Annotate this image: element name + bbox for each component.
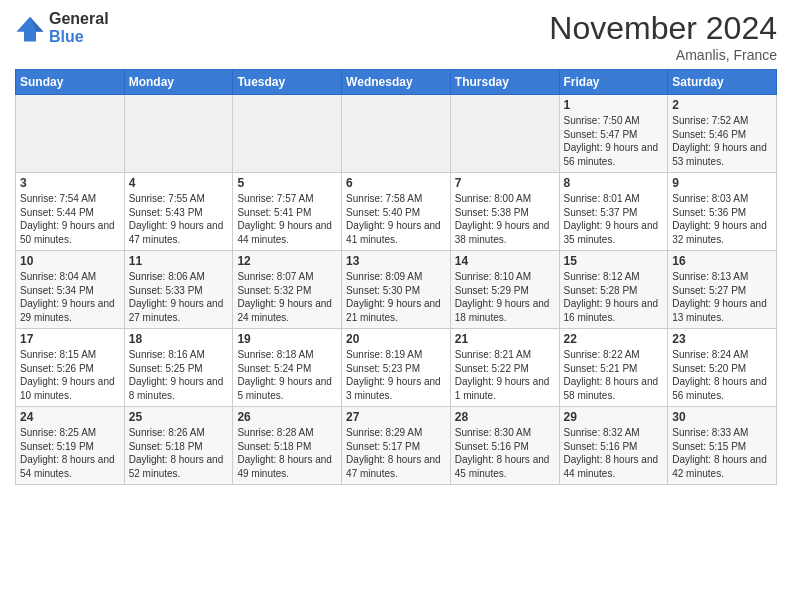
day-number: 7 — [455, 176, 555, 190]
calendar-body: 1Sunrise: 7:50 AM Sunset: 5:47 PM Daylig… — [16, 95, 777, 485]
day-detail: Sunrise: 8:29 AM Sunset: 5:17 PM Dayligh… — [346, 426, 446, 480]
day-number: 12 — [237, 254, 337, 268]
calendar-cell: 20Sunrise: 8:19 AM Sunset: 5:23 PM Dayli… — [342, 329, 451, 407]
calendar-cell: 7Sunrise: 8:00 AM Sunset: 5:38 PM Daylig… — [450, 173, 559, 251]
day-detail: Sunrise: 8:26 AM Sunset: 5:18 PM Dayligh… — [129, 426, 229, 480]
calendar-cell: 15Sunrise: 8:12 AM Sunset: 5:28 PM Dayli… — [559, 251, 668, 329]
day-number: 28 — [455, 410, 555, 424]
day-number: 24 — [20, 410, 120, 424]
calendar-cell: 25Sunrise: 8:26 AM Sunset: 5:18 PM Dayli… — [124, 407, 233, 485]
day-number: 3 — [20, 176, 120, 190]
calendar-table: SundayMondayTuesdayWednesdayThursdayFrid… — [15, 69, 777, 485]
day-header-friday: Friday — [559, 70, 668, 95]
week-row-1: 3Sunrise: 7:54 AM Sunset: 5:44 PM Daylig… — [16, 173, 777, 251]
calendar-cell: 27Sunrise: 8:29 AM Sunset: 5:17 PM Dayli… — [342, 407, 451, 485]
day-number: 13 — [346, 254, 446, 268]
calendar-cell: 17Sunrise: 8:15 AM Sunset: 5:26 PM Dayli… — [16, 329, 125, 407]
week-row-4: 24Sunrise: 8:25 AM Sunset: 5:19 PM Dayli… — [16, 407, 777, 485]
day-header-monday: Monday — [124, 70, 233, 95]
day-header-sunday: Sunday — [16, 70, 125, 95]
day-number: 11 — [129, 254, 229, 268]
header-row: SundayMondayTuesdayWednesdayThursdayFrid… — [16, 70, 777, 95]
day-detail: Sunrise: 8:30 AM Sunset: 5:16 PM Dayligh… — [455, 426, 555, 480]
calendar-cell: 11Sunrise: 8:06 AM Sunset: 5:33 PM Dayli… — [124, 251, 233, 329]
calendar-cell: 4Sunrise: 7:55 AM Sunset: 5:43 PM Daylig… — [124, 173, 233, 251]
day-detail: Sunrise: 8:18 AM Sunset: 5:24 PM Dayligh… — [237, 348, 337, 402]
day-number: 29 — [564, 410, 664, 424]
day-detail: Sunrise: 8:03 AM Sunset: 5:36 PM Dayligh… — [672, 192, 772, 246]
day-number: 6 — [346, 176, 446, 190]
day-number: 20 — [346, 332, 446, 346]
day-detail: Sunrise: 8:00 AM Sunset: 5:38 PM Dayligh… — [455, 192, 555, 246]
day-number: 14 — [455, 254, 555, 268]
day-number: 18 — [129, 332, 229, 346]
calendar-cell — [450, 95, 559, 173]
day-detail: Sunrise: 8:33 AM Sunset: 5:15 PM Dayligh… — [672, 426, 772, 480]
day-detail: Sunrise: 8:04 AM Sunset: 5:34 PM Dayligh… — [20, 270, 120, 324]
day-detail: Sunrise: 8:15 AM Sunset: 5:26 PM Dayligh… — [20, 348, 120, 402]
day-detail: Sunrise: 8:24 AM Sunset: 5:20 PM Dayligh… — [672, 348, 772, 402]
calendar-cell: 10Sunrise: 8:04 AM Sunset: 5:34 PM Dayli… — [16, 251, 125, 329]
header: General Blue November 2024 Amanlis, Fran… — [15, 10, 777, 63]
day-detail: Sunrise: 8:32 AM Sunset: 5:16 PM Dayligh… — [564, 426, 664, 480]
day-detail: Sunrise: 7:58 AM Sunset: 5:40 PM Dayligh… — [346, 192, 446, 246]
week-row-3: 17Sunrise: 8:15 AM Sunset: 5:26 PM Dayli… — [16, 329, 777, 407]
location: Amanlis, France — [549, 47, 777, 63]
calendar-header: SundayMondayTuesdayWednesdayThursdayFrid… — [16, 70, 777, 95]
day-number: 21 — [455, 332, 555, 346]
day-header-saturday: Saturday — [668, 70, 777, 95]
calendar-cell: 5Sunrise: 7:57 AM Sunset: 5:41 PM Daylig… — [233, 173, 342, 251]
day-detail: Sunrise: 8:19 AM Sunset: 5:23 PM Dayligh… — [346, 348, 446, 402]
day-detail: Sunrise: 8:22 AM Sunset: 5:21 PM Dayligh… — [564, 348, 664, 402]
calendar-cell: 1Sunrise: 7:50 AM Sunset: 5:47 PM Daylig… — [559, 95, 668, 173]
calendar-cell: 2Sunrise: 7:52 AM Sunset: 5:46 PM Daylig… — [668, 95, 777, 173]
calendar-cell — [233, 95, 342, 173]
day-number: 25 — [129, 410, 229, 424]
calendar-cell: 21Sunrise: 8:21 AM Sunset: 5:22 PM Dayli… — [450, 329, 559, 407]
day-detail: Sunrise: 8:09 AM Sunset: 5:30 PM Dayligh… — [346, 270, 446, 324]
day-number: 15 — [564, 254, 664, 268]
logo-blue: Blue — [49, 28, 109, 46]
day-detail: Sunrise: 8:13 AM Sunset: 5:27 PM Dayligh… — [672, 270, 772, 324]
day-detail: Sunrise: 8:06 AM Sunset: 5:33 PM Dayligh… — [129, 270, 229, 324]
day-detail: Sunrise: 7:50 AM Sunset: 5:47 PM Dayligh… — [564, 114, 664, 168]
day-detail: Sunrise: 8:28 AM Sunset: 5:18 PM Dayligh… — [237, 426, 337, 480]
day-number: 5 — [237, 176, 337, 190]
day-detail: Sunrise: 8:10 AM Sunset: 5:29 PM Dayligh… — [455, 270, 555, 324]
logo-text: General Blue — [49, 10, 109, 45]
calendar-cell: 26Sunrise: 8:28 AM Sunset: 5:18 PM Dayli… — [233, 407, 342, 485]
calendar-cell: 16Sunrise: 8:13 AM Sunset: 5:27 PM Dayli… — [668, 251, 777, 329]
day-number: 16 — [672, 254, 772, 268]
day-detail: Sunrise: 8:01 AM Sunset: 5:37 PM Dayligh… — [564, 192, 664, 246]
calendar-cell: 30Sunrise: 8:33 AM Sunset: 5:15 PM Dayli… — [668, 407, 777, 485]
day-detail: Sunrise: 7:55 AM Sunset: 5:43 PM Dayligh… — [129, 192, 229, 246]
calendar-cell: 18Sunrise: 8:16 AM Sunset: 5:25 PM Dayli… — [124, 329, 233, 407]
logo-general: General — [49, 10, 109, 28]
day-detail: Sunrise: 8:12 AM Sunset: 5:28 PM Dayligh… — [564, 270, 664, 324]
calendar-cell: 19Sunrise: 8:18 AM Sunset: 5:24 PM Dayli… — [233, 329, 342, 407]
day-header-thursday: Thursday — [450, 70, 559, 95]
calendar-cell: 12Sunrise: 8:07 AM Sunset: 5:32 PM Dayli… — [233, 251, 342, 329]
calendar-cell — [342, 95, 451, 173]
page-container: General Blue November 2024 Amanlis, Fran… — [0, 0, 792, 495]
day-number: 10 — [20, 254, 120, 268]
week-row-0: 1Sunrise: 7:50 AM Sunset: 5:47 PM Daylig… — [16, 95, 777, 173]
calendar-cell: 24Sunrise: 8:25 AM Sunset: 5:19 PM Dayli… — [16, 407, 125, 485]
month-title: November 2024 — [549, 10, 777, 47]
day-number: 22 — [564, 332, 664, 346]
day-detail: Sunrise: 8:16 AM Sunset: 5:25 PM Dayligh… — [129, 348, 229, 402]
day-number: 17 — [20, 332, 120, 346]
calendar-cell: 29Sunrise: 8:32 AM Sunset: 5:16 PM Dayli… — [559, 407, 668, 485]
day-number: 2 — [672, 98, 772, 112]
day-number: 27 — [346, 410, 446, 424]
day-number: 19 — [237, 332, 337, 346]
title-block: November 2024 Amanlis, France — [549, 10, 777, 63]
week-row-2: 10Sunrise: 8:04 AM Sunset: 5:34 PM Dayli… — [16, 251, 777, 329]
calendar-cell: 9Sunrise: 8:03 AM Sunset: 5:36 PM Daylig… — [668, 173, 777, 251]
day-number: 1 — [564, 98, 664, 112]
day-detail: Sunrise: 7:57 AM Sunset: 5:41 PM Dayligh… — [237, 192, 337, 246]
calendar-cell: 28Sunrise: 8:30 AM Sunset: 5:16 PM Dayli… — [450, 407, 559, 485]
day-number: 26 — [237, 410, 337, 424]
day-number: 4 — [129, 176, 229, 190]
day-header-tuesday: Tuesday — [233, 70, 342, 95]
